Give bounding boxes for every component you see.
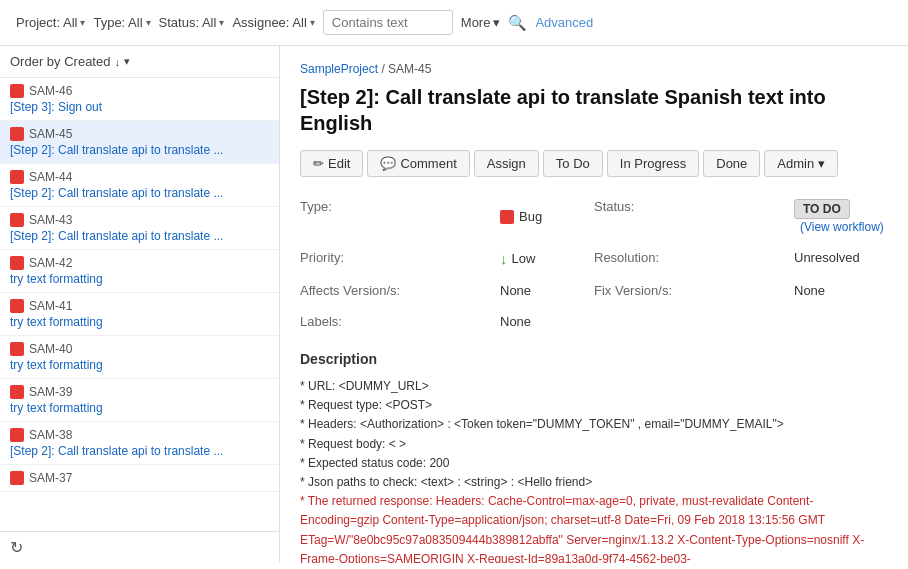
sidebar-refresh-icon[interactable]: ↻ [0,531,279,563]
sidebar-item[interactable]: SAM-46 [Step 3]: Sign out [0,78,279,121]
desc-line-4: * Request body: < > [300,435,888,454]
assignee-filter[interactable]: Assignee: All ▾ [232,15,314,30]
affects-value: None [500,279,594,302]
item-id-row: SAM-42 [10,256,269,270]
priority-text: Low [512,251,536,266]
item-id: SAM-44 [29,170,72,184]
in-progress-button[interactable]: In Progress [607,150,699,177]
item-id-row: SAM-37 [10,471,269,485]
description-section: Description * URL: <DUMMY_URL> * Request… [300,351,888,563]
assign-button[interactable]: Assign [474,150,539,177]
breadcrumb-project[interactable]: SampleProject [300,62,378,76]
edit-button[interactable]: ✏ Edit [300,150,363,177]
type-filter-caret: ▾ [146,17,151,28]
search-icon[interactable]: 🔍 [508,14,527,32]
item-id-row: SAM-43 [10,213,269,227]
item-title: [Step 2]: Call translate api to translat… [10,229,269,243]
desc-line-3: * Headers: <Authorization> : <Token toke… [300,415,888,434]
more-button[interactable]: More ▾ [461,15,501,30]
edit-icon: ✏ [313,156,324,171]
bug-icon [10,428,24,442]
sidebar-item[interactable]: SAM-40 try text formatting [0,336,279,379]
status-badge: TO DO [794,199,850,219]
issue-title: [Step 2]: Call translate api to translat… [300,84,888,136]
item-title: try text formatting [10,315,269,329]
priority-label: Priority: [300,246,500,271]
type-filter-label: Type: All [93,15,142,30]
sort-arrow-icon: ↓ [114,56,120,68]
type-filter[interactable]: Type: All ▾ [93,15,150,30]
item-title: try text formatting [10,401,269,415]
bug-type-icon [500,210,514,224]
search-input[interactable] [323,10,453,35]
top-toolbar: Project: All ▾ Type: All ▾ Status: All ▾… [0,0,908,46]
fix-version-value: None [794,279,888,302]
admin-button[interactable]: Admin ▾ [764,150,838,177]
item-id: SAM-39 [29,385,72,399]
type-text: Bug [519,209,542,224]
sidebar-item[interactable]: SAM-44 [Step 2]: Call translate api to t… [0,164,279,207]
status-filter-caret: ▾ [219,17,224,28]
resolution-value: Unresolved [794,246,888,271]
project-filter-label: Project: All [16,15,77,30]
item-id-row: SAM-41 [10,299,269,313]
sidebar-item[interactable]: SAM-41 try text formatting [0,293,279,336]
todo-button[interactable]: To Do [543,150,603,177]
item-title: try text formatting [10,358,269,372]
order-by-label: Order by Created [10,54,110,69]
item-id: SAM-37 [29,471,72,485]
sort-dropdown-icon: ▾ [124,55,130,68]
item-title: [Step 2]: Call translate api to translat… [10,186,269,200]
view-workflow-link[interactable]: (View workflow) [800,220,884,234]
done-button[interactable]: Done [703,150,760,177]
item-id: SAM-45 [29,127,72,141]
bug-icon [10,213,24,227]
item-id-row: SAM-44 [10,170,269,184]
bug-icon [10,342,24,356]
status-filter[interactable]: Status: All ▾ [159,15,225,30]
sidebar-header[interactable]: Order by Created ↓ ▾ [0,46,279,78]
sidebar-list: SAM-46 [Step 3]: Sign out SAM-45 [Step 2… [0,78,279,531]
sidebar-item[interactable]: SAM-38 [Step 2]: Call translate api to t… [0,422,279,465]
item-id-row: SAM-39 [10,385,269,399]
item-id: SAM-43 [29,213,72,227]
more-caret: ▾ [493,15,500,30]
status-label: Status: [594,195,794,238]
advanced-link[interactable]: Advanced [535,15,593,30]
breadcrumb-issue-id: SAM-45 [388,62,431,76]
bug-icon [10,84,24,98]
admin-caret-icon: ▾ [818,156,825,171]
affects-label: Affects Version/s: [300,279,500,302]
type-value: Bug [500,195,594,238]
desc-line-1: * URL: <DUMMY_URL> [300,377,888,396]
sidebar-item[interactable]: SAM-37 [0,465,279,492]
project-filter-caret: ▾ [80,17,85,28]
desc-line-6: * Json paths to check: <text> : <string>… [300,473,888,492]
project-filter[interactable]: Project: All ▾ [16,15,85,30]
sidebar-item[interactable]: SAM-43 [Step 2]: Call translate api to t… [0,207,279,250]
item-id: SAM-40 [29,342,72,356]
sidebar-item[interactable]: SAM-42 try text formatting [0,250,279,293]
comment-button[interactable]: 💬 Comment [367,150,469,177]
assignee-filter-label: Assignee: All [232,15,306,30]
in-progress-label: In Progress [620,156,686,171]
description-text: * URL: <DUMMY_URL> * Request type: <POST… [300,377,888,563]
todo-label: To Do [556,156,590,171]
priority-arrow-icon: ↓ [500,250,508,267]
sidebar-item-active[interactable]: SAM-45 [Step 2]: Call translate api to t… [0,121,279,164]
item-id-row: SAM-45 [10,127,269,141]
desc-line-2: * Request type: <POST> [300,396,888,415]
assignee-filter-caret: ▾ [310,17,315,28]
item-title: [Step 2]: Call translate api to translat… [10,143,269,157]
bug-icon [10,299,24,313]
edit-label: Edit [328,156,350,171]
priority-value: ↓ Low [500,246,594,271]
item-id-row: SAM-38 [10,428,269,442]
content-panel: SampleProject / SAM-45 [Step 2]: Call tr… [280,46,908,563]
item-id-row: SAM-46 [10,84,269,98]
bug-icon [10,127,24,141]
description-heading: Description [300,351,888,367]
item-id: SAM-42 [29,256,72,270]
sidebar-item[interactable]: SAM-39 try text formatting [0,379,279,422]
item-id-row: SAM-40 [10,342,269,356]
